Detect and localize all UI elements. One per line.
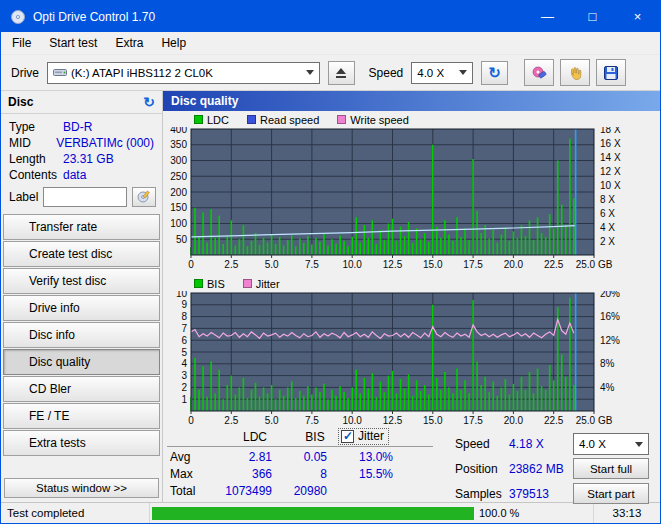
drive-label: Drive [11,66,39,80]
app-window: Opti Drive Control 1.70 — □ × File Start… [0,0,661,524]
page-title-text: Disc quality [171,94,238,108]
menu-help[interactable]: Help [152,32,195,54]
menu-extra[interactable]: Extra [106,32,152,54]
svg-text:0: 0 [188,259,194,270]
quality-speed-select[interactable]: 4.0 X [573,433,649,455]
write-speed-swatch-icon [337,115,346,124]
hand-tool-button[interactable] [560,59,590,86]
ldc-speed-chart: 4003503002502001501005018 X16 X14 X12 X1… [164,127,658,275]
svg-text:300: 300 [170,155,187,166]
menu-start-test[interactable]: Start test [40,32,106,54]
svg-text:20%: 20% [600,291,620,299]
write-label-button[interactable] [132,187,156,207]
sidebar-item-extra-tests[interactable]: Extra tests [3,430,160,456]
results-panel: LDC BIS Jitter Avg 2.81 0.05 13.0% Max 3… [163,427,660,502]
menu-file[interactable]: File [3,32,40,54]
sidebar-item-drive-info[interactable]: Drive info [3,295,160,321]
svg-text:6: 6 [181,335,187,346]
elapsed-time: 33:13 [613,507,642,519]
svg-text:100: 100 [170,218,187,229]
sidebar-item-create-test-disc[interactable]: Create test disc [3,241,160,267]
svg-text:10: 10 [176,291,188,299]
sidebar-item-label: FE / TE [29,409,69,423]
disc-mid-value: VERBATIMc (000) [56,136,154,150]
svg-text:7: 7 [181,323,187,334]
svg-text:14 X: 14 X [600,152,621,163]
svg-text:12%: 12% [600,335,620,346]
start-part-button[interactable]: Start part [573,483,649,504]
svg-text:16 X: 16 X [600,138,621,149]
status-text: Test completed [7,507,84,519]
svg-text:25.0 GB: 25.0 GB [576,259,613,270]
erase-disc-button[interactable] [524,59,554,86]
ldc-swatch-icon [194,115,203,124]
drive-icon [53,67,67,78]
speed-value: 4.18 X [509,437,544,451]
bis-swatch-icon [194,279,203,288]
svg-text:10 X: 10 X [600,180,621,191]
svg-text:2: 2 [181,382,187,393]
svg-text:250: 250 [170,171,187,182]
max-jitter-value: 15.5% [331,467,393,481]
svg-text:17.5: 17.5 [463,415,483,426]
app-icon [10,9,26,25]
svg-text:350: 350 [170,139,187,150]
save-results-button[interactable] [596,59,626,86]
disc-info-row: Type BD-R [1,119,162,135]
svg-text:200: 200 [170,187,187,198]
speed-select[interactable]: 4.0 X [411,62,473,84]
max-row-label: Max [170,467,193,481]
refresh-disc-icon[interactable]: ↻ [143,95,155,109]
start-full-button[interactable]: Start full [573,458,649,479]
disc-label-label: Label [9,190,38,204]
sidebar-item-transfer-rate[interactable]: Transfer rate [3,214,160,240]
bis-column-header: BIS [295,430,335,444]
svg-text:4%: 4% [600,382,615,393]
drive-select-value: (K:) ATAPI iHBS112 2 CL0K [71,67,213,79]
disc-length-label: Length [9,152,63,166]
menubar: File Start test Extra Help [1,32,660,54]
bis-jitter-chart: 1098765432120%16%12%8%4%02.55.07.510.012… [164,291,658,427]
save-icon [603,65,619,81]
window-title: Opti Drive Control 1.70 [33,10,155,24]
close-button[interactable]: × [615,1,660,32]
svg-text:0: 0 [188,415,194,426]
disc-label-input[interactable] [43,187,127,207]
refresh-drive-button[interactable]: ↻ [481,61,508,85]
disc-contents-value[interactable]: data [63,168,86,182]
avg-bis-value: 0.05 [279,450,327,464]
position-label: Position [455,462,498,476]
titlebar: Opti Drive Control 1.70 — □ × [1,1,660,32]
speed-label: Speed [369,66,404,80]
legend-item-write-speed: Write speed [337,114,409,126]
sidebar-item-fe-te[interactable]: FE / TE [3,403,160,429]
maximize-button[interactable]: □ [570,1,615,32]
sidebar-item-disc-quality[interactable]: Disc quality [3,349,160,375]
svg-text:6 X: 6 X [600,208,615,219]
status-window-button[interactable]: Status window >> [4,478,159,498]
main-panel: Disc quality LDC Read speed Write speed … [163,91,660,502]
sidebar-item-verify-test-disc[interactable]: Verify test disc [3,268,160,294]
svg-text:2.5: 2.5 [224,259,238,270]
disc-type-value: BD-R [63,120,92,134]
eject-button[interactable] [328,61,355,85]
svg-text:20.0: 20.0 [504,259,524,270]
avg-ldc-value: 2.81 [208,450,272,464]
max-bis-value: 8 [279,467,327,481]
sidebar-item-disc-info[interactable]: Disc info [3,322,160,348]
disc-type-label: Type [9,120,63,134]
svg-text:10.0: 10.0 [342,259,362,270]
jitter-checkbox[interactable]: Jitter [339,429,388,444]
sidebar-item-cd-bler[interactable]: CD Bler [3,376,160,402]
svg-text:12.5: 12.5 [383,415,403,426]
status-window-label: Status window >> [36,482,127,494]
svg-text:5.0: 5.0 [265,259,279,270]
svg-text:12.5: 12.5 [383,259,403,270]
svg-text:15.0: 15.0 [423,415,443,426]
hand-icon [567,65,583,81]
svg-text:9: 9 [181,299,187,310]
minimize-button[interactable]: — [525,1,570,32]
drive-select[interactable]: (K:) ATAPI iHBS112 2 CL0K [47,62,320,84]
max-ldc-value: 366 [208,467,272,481]
eject-icon [334,67,348,79]
